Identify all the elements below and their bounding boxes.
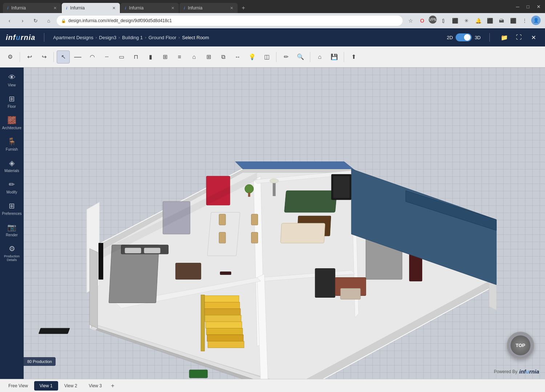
browser-tab-2[interactable]: iInfurnia✕ (121, 3, 179, 13)
breadcrumb-sep-2: › (118, 35, 120, 40)
breadcrumb-apartment-designs[interactable]: Apartment Designs (53, 35, 93, 40)
add-view-button[interactable]: + (108, 381, 117, 391)
sidebar-item-floor[interactable]: ⊞ Floor (2, 91, 22, 111)
forward-button[interactable]: › (17, 16, 28, 26)
view-mode-toggle[interactable] (456, 33, 472, 41)
sidebar-item-production[interactable]: ⚙ Production Details (2, 241, 22, 265)
layers2-tool[interactable]: ◫ (260, 50, 273, 64)
tab-favicon-3: i (184, 6, 185, 10)
door-tool[interactable]: ⊓ (129, 50, 142, 64)
svg-point-51 (270, 179, 279, 183)
opera-button[interactable]: O (417, 16, 427, 26)
menu-button[interactable]: ⋮ (520, 16, 530, 26)
svg-rect-26 (251, 214, 258, 225)
breadcrumb-ground-floor[interactable]: Ground Floor (149, 35, 177, 40)
column-tool[interactable]: ▮ (144, 50, 157, 64)
ext3-button[interactable]: 🔔 (473, 16, 483, 26)
folder-button[interactable]: 📁 (498, 32, 510, 43)
ext6-button[interactable]: ⬛ (508, 16, 518, 26)
home-button[interactable]: ⌂ (44, 16, 54, 26)
ext1-button[interactable]: ⬛ (450, 16, 460, 26)
grid-tool[interactable]: ⊞ (202, 50, 215, 64)
floor-icon: ⊞ (9, 94, 15, 103)
sidebar-item-furnish[interactable]: 🪑 Furnish (2, 134, 22, 154)
back-button[interactable]: ‹ (4, 16, 15, 26)
bookmark-button[interactable]: ☆ (405, 16, 416, 26)
browser-tab-0[interactable]: iInfurnia✕ (3, 3, 61, 13)
roof-tool[interactable]: ⌂ (187, 50, 201, 64)
crypto-button[interactable]: ₿ (438, 16, 448, 26)
tab-close-0[interactable]: ✕ (53, 6, 57, 11)
vpn-button[interactable]: VPN (429, 16, 437, 24)
minimize-button[interactable]: ─ (514, 3, 521, 11)
modify-icon: ✏ (9, 180, 15, 189)
ext2-button[interactable]: ✳ (461, 16, 472, 26)
save-tool[interactable]: 💾 (328, 50, 341, 64)
breadcrumb-building1[interactable]: Building 1 (122, 35, 143, 40)
svg-rect-21 (175, 263, 201, 279)
wall-dashed-tool[interactable]: ┄ (100, 50, 113, 64)
address-bar: ‹ › ↻ ⌂ 🔒 design.infurnia.com/#/edit_des… (0, 13, 545, 28)
sidebar-item-modify[interactable]: ✏ Modify (2, 177, 22, 197)
close-button[interactable]: ✕ (535, 3, 542, 11)
svg-rect-39 (208, 341, 244, 348)
view1-tab[interactable]: View 1 (34, 381, 58, 391)
reload-button[interactable]: ↻ (31, 16, 41, 26)
canvas-area[interactable]: TOP Powered By infurnia 80 Production (24, 68, 545, 379)
browser-tab-1[interactable]: iInfurnia✕ (62, 3, 120, 13)
select-tool[interactable]: ↖ (57, 50, 70, 64)
wall-arc-tool[interactable]: ◠ (86, 50, 99, 64)
settings-tool[interactable]: ⚙ (4, 50, 17, 64)
sidebar-item-materials[interactable]: ◈ Materials (2, 156, 22, 176)
window-tool[interactable]: ⊞ (158, 50, 171, 64)
dimensions-tool[interactable]: ↔ (231, 50, 244, 64)
app-header: infurnia Apartment Designs › Design3 › B… (0, 28, 545, 46)
room-tool[interactable]: ▭ (115, 50, 128, 64)
url-bar[interactable]: 🔒 design.infurnia.com/#/edit_design/9df0… (57, 16, 403, 26)
maximize-button[interactable]: □ (525, 3, 531, 11)
lock-icon: 🔒 (61, 19, 66, 23)
close-app-button[interactable]: ✕ (528, 32, 539, 43)
undo-button[interactable]: ↩ (23, 50, 36, 64)
share-tool[interactable]: ⬆ (347, 50, 360, 64)
view3-tab[interactable]: View 3 (83, 381, 107, 391)
svg-rect-44 (315, 269, 335, 298)
toolbar: ⚙ ↩ ↪ ↖ — ◠ ┄ ▭ ⊓ ▮ ⊞ ≡ ⌂ ⊞ ⧉ ↔ 💡 ◫ ✏ 🔍 … (0, 46, 545, 68)
paint-tool[interactable]: ✏ (279, 50, 292, 64)
floorplan-scene (24, 68, 545, 379)
sidebar-item-preferences[interactable]: ⊞ Preferences (2, 199, 22, 219)
materials-icon: ◈ (9, 159, 15, 167)
browser-tab-3[interactable]: iInfurnia✕ (179, 3, 238, 13)
zoom-tool[interactable]: 🔍 (294, 50, 307, 64)
profile-button[interactable]: 👤 (531, 16, 541, 25)
layers-tool[interactable]: ⧉ (217, 50, 230, 64)
tab-close-2[interactable]: ✕ (171, 6, 174, 11)
view2-tab[interactable]: View 2 (59, 381, 83, 391)
fullscreen-button[interactable]: ⛶ (513, 32, 525, 43)
toolbar-sep-1 (20, 52, 20, 62)
sidebar-view-label: View (8, 83, 16, 87)
redo-button[interactable]: ↪ (37, 50, 51, 64)
toolbar-sep-4 (310, 52, 310, 62)
tab-label-3: Infurnia (188, 5, 202, 11)
new-tab-button[interactable]: + (238, 3, 249, 13)
breadcrumb-sep-1: › (96, 35, 97, 40)
sidebar-item-view[interactable]: 👁 View (2, 70, 22, 90)
tab-close-1[interactable]: ✕ (112, 6, 116, 11)
sidebar-production-label: Production Details (3, 254, 21, 262)
sidebar-item-architecture[interactable]: 🧱 Architecture (2, 113, 22, 133)
ext4-button[interactable]: ⬛ (485, 16, 495, 26)
free-view-tab[interactable]: Free View (3, 381, 33, 391)
compass-inner: TOP (510, 335, 530, 355)
sidebar-item-render[interactable]: 📷 Render (2, 220, 22, 240)
wall-straight-tool[interactable]: — (71, 50, 84, 64)
stairs-tool[interactable]: ≡ (173, 50, 186, 64)
svg-point-28 (245, 184, 254, 193)
light-tool[interactable]: 💡 (246, 50, 259, 64)
ext5-button[interactable]: 🏔 (496, 16, 506, 26)
sidebar-floor-label: Floor (8, 105, 16, 109)
tab-close-3[interactable]: ✕ (230, 6, 233, 11)
breadcrumb-design3[interactable]: Design3 (99, 35, 117, 40)
production-text: 80 Production (27, 359, 52, 364)
home-view-tool[interactable]: ⌂ (313, 50, 326, 64)
